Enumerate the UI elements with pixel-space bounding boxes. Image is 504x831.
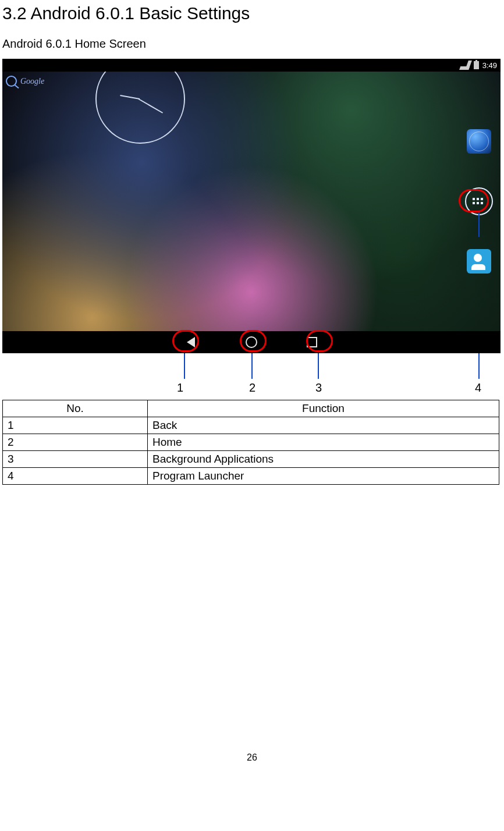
recent-apps-button[interactable] xyxy=(302,333,322,351)
status-bar: 3:49 xyxy=(2,59,501,72)
table-row: 3 Background Applications xyxy=(3,451,499,468)
subhead: Android 6.0.1 Home Screen xyxy=(2,37,502,51)
contacts-app-icon[interactable] xyxy=(467,249,491,274)
table-row: 4 Program Launcher xyxy=(3,468,499,485)
app-grid-icon xyxy=(473,198,485,205)
browser-app-icon[interactable] xyxy=(467,129,491,154)
clock-text: 3:49 xyxy=(482,61,497,70)
signal-icon xyxy=(459,61,472,70)
callout-label-2: 2 xyxy=(249,381,255,395)
recent-square-icon xyxy=(307,337,317,347)
function-table: No. Function 1 Back 2 Home 3 Background … xyxy=(2,400,499,485)
cell-no: 4 xyxy=(3,468,148,485)
cell-no: 1 xyxy=(3,417,148,434)
google-search-label: Google xyxy=(20,77,44,86)
back-triangle-icon xyxy=(187,337,195,347)
search-icon xyxy=(6,76,17,87)
table-header-row: No. Function xyxy=(3,400,499,417)
android-home-screenshot: 3:49 Google xyxy=(2,59,501,353)
back-button[interactable] xyxy=(181,333,201,351)
callout-label-1: 1 xyxy=(177,381,183,395)
navigation-bar xyxy=(2,331,501,353)
google-search-widget[interactable]: Google xyxy=(6,76,44,87)
home-wallpaper-area: Google xyxy=(2,72,501,331)
battery-icon xyxy=(474,61,479,69)
callout-label-3: 3 xyxy=(315,381,322,395)
cell-fn: Background Applications xyxy=(148,451,499,468)
cell-fn: Program Launcher xyxy=(148,468,499,485)
callout-label-4: 4 xyxy=(475,381,481,395)
table-row: 1 Back xyxy=(3,417,499,434)
cell-no: 2 xyxy=(3,434,148,451)
page-number: 26 xyxy=(2,752,502,763)
cell-no: 3 xyxy=(3,451,148,468)
header-no: No. xyxy=(3,400,148,417)
table-row: 2 Home xyxy=(3,434,499,451)
header-function: Function xyxy=(148,400,499,417)
cell-fn: Home xyxy=(148,434,499,451)
home-button[interactable] xyxy=(242,333,261,351)
home-circle-icon xyxy=(246,336,257,348)
section-heading: 3.2 Android 6.0.1 Basic Settings xyxy=(2,3,502,23)
callout-lines: 1 2 3 4 xyxy=(2,353,502,397)
cell-fn: Back xyxy=(148,417,499,434)
right-dock xyxy=(461,76,497,326)
